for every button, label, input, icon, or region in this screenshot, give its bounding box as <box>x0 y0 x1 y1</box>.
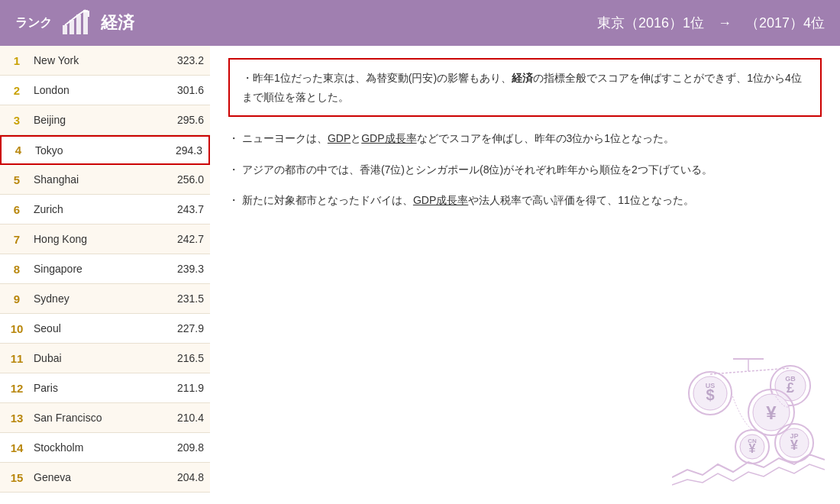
rank-score: 209.8 <box>170 441 204 454</box>
svg-rect-0 <box>63 25 67 34</box>
rank-number: 4 <box>8 144 29 157</box>
table-row: 3Beijing295.6 <box>0 105 210 135</box>
table-row: 5Shanghai256.0 <box>0 165 210 195</box>
rank-city: Tokyo <box>29 144 168 157</box>
highlight-text-1: ・昨年1位だった東京は、為替変動(円安)の影響もあり、経済の指標全般でスコアを伸… <box>242 72 802 103</box>
rank-number: 7 <box>6 233 27 246</box>
page-header: ランク 経済 東京（2016）1位 → （2017）4位 <box>0 0 840 46</box>
rank-score: 227.9 <box>170 322 204 334</box>
gdp-growth-link: GDP成長率 <box>413 194 468 206</box>
svg-text:¥: ¥ <box>790 438 798 453</box>
rank-city: Shanghai <box>27 173 170 186</box>
rank-city: New York <box>27 54 170 66</box>
table-row: 14Stockholm209.8 <box>0 433 210 463</box>
rank-city: Stockholm <box>27 441 170 454</box>
rank-score: 216.5 <box>170 352 204 364</box>
svg-rect-2 <box>76 15 81 34</box>
rank-number: 9 <box>6 292 27 305</box>
rank-city: San Francisco <box>27 412 170 424</box>
rank-city: Seoul <box>27 322 170 334</box>
rank-city: London <box>27 84 170 96</box>
rank-score: 301.6 <box>170 84 204 96</box>
rank-number: 15 <box>6 471 27 484</box>
rank-number: 5 <box>6 173 27 186</box>
page-title: 経済 <box>101 11 597 34</box>
rank-score: 323.2 <box>170 54 204 66</box>
table-row: 15Geneva204.8 <box>0 463 210 493</box>
description-item-3: 新たに対象都市となったドバイは、GDP成長率や法人税率で高い評価を得て、11位と… <box>228 191 822 210</box>
rank-score: 295.6 <box>170 114 204 126</box>
rank-score: 256.0 <box>170 173 204 186</box>
description-panel: ・昨年1位だった東京は、為替変動(円安)の影響もあり、経済の指標全般でスコアを伸… <box>210 46 840 504</box>
svg-text:£: £ <box>787 380 794 396</box>
rank-number: 13 <box>6 412 27 425</box>
table-row: 9Sydney231.5 <box>0 284 210 314</box>
rank-number: 12 <box>6 382 27 395</box>
rank-score: 239.3 <box>170 263 204 275</box>
gdp-link-2: GDP成長率 <box>361 132 416 144</box>
rank-city: Beijing <box>27 114 170 126</box>
table-row: 12Paris211.9 <box>0 373 210 403</box>
table-row: 11Dubai216.5 <box>0 344 210 373</box>
description-item-1: ニューヨークは、GDPとGDP成長率などでスコアを伸ばし、昨年の3位から1位とな… <box>228 129 822 148</box>
rank-city: Singapore <box>27 263 170 275</box>
rank-number: 3 <box>6 114 27 127</box>
table-row: 13San Francisco210.4 <box>0 403 210 433</box>
table-row: 1New York323.2 <box>0 46 210 76</box>
status-text: 東京（2016）1位 → （2017）4位 <box>597 14 825 32</box>
main-content: 1New York323.22London301.63Beijing295.64… <box>0 46 840 504</box>
rank-label: ランク <box>15 15 52 31</box>
table-row: 7Hong Kong242.7 <box>0 225 210 254</box>
rank-score: 211.9 <box>170 382 204 394</box>
table-row: 2London301.6 <box>0 76 210 105</box>
svg-text:¥: ¥ <box>766 402 777 423</box>
rank-number: 1 <box>6 54 27 67</box>
rank-number: 2 <box>6 84 27 97</box>
currency-illustration: US $ GB £ JP ¥ CN ¥ ¥ <box>672 351 825 489</box>
rank-score: 243.7 <box>170 203 204 215</box>
rank-number: 8 <box>6 263 27 276</box>
chart-icon <box>61 8 92 38</box>
rank-score: 242.7 <box>170 233 204 245</box>
rank-city: Sydney <box>27 292 170 305</box>
ranking-table: 1New York323.22London301.63Beijing295.64… <box>0 46 210 504</box>
rank-city: Zurich <box>27 203 170 215</box>
rank-score: 231.5 <box>170 292 204 305</box>
rank-number: 14 <box>6 441 27 454</box>
table-row: 8Singapore239.3 <box>0 254 210 284</box>
rank-score: 210.4 <box>170 412 204 424</box>
rank-number: 10 <box>6 322 27 335</box>
table-row: 6Zurich243.7 <box>0 195 210 225</box>
rank-city: Paris <box>27 382 170 394</box>
table-row: 10Seoul227.9 <box>0 314 210 344</box>
rank-number: 11 <box>6 352 27 365</box>
rank-score: 294.3 <box>168 144 202 157</box>
svg-text:$: $ <box>706 386 714 403</box>
description-item-2: アジアの都市の中では、香港(7位)とシンガポール(8位)がそれぞれ昨年から順位を… <box>228 160 822 179</box>
highlight-box: ・昨年1位だった東京は、為替変動(円安)の影響もあり、経済の指標全般でスコアを伸… <box>228 58 822 117</box>
rank-score: 204.8 <box>170 471 204 483</box>
rank-city: Geneva <box>27 471 170 483</box>
rank-city: Dubai <box>27 352 170 364</box>
highlight-bold: 経済 <box>512 72 533 84</box>
rank-city: Hong Kong <box>27 233 170 245</box>
svg-text:¥: ¥ <box>749 442 756 455</box>
table-row: 4Tokyo294.3 <box>0 135 210 165</box>
rank-number: 6 <box>6 203 27 216</box>
svg-rect-3 <box>83 10 88 34</box>
gdp-link-1: GDP <box>328 132 351 144</box>
